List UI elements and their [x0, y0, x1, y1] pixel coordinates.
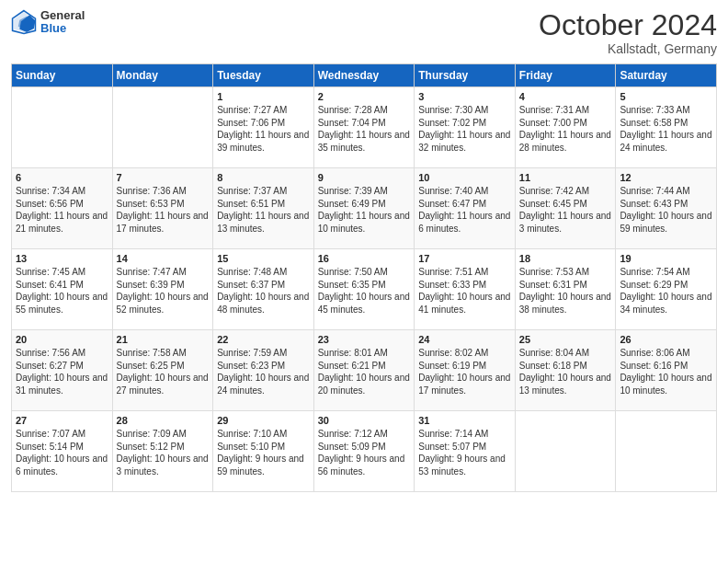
calendar-cell: 19Sunrise: 7:54 AM Sunset: 6:29 PM Dayli…: [616, 249, 717, 330]
logo-icon: [11, 9, 37, 35]
day-number: 8: [217, 172, 310, 183]
calendar-cell: 3Sunrise: 7:30 AM Sunset: 7:02 PM Daylig…: [415, 87, 516, 168]
calendar-cell: 6Sunrise: 7:34 AM Sunset: 6:56 PM Daylig…: [12, 168, 113, 249]
calendar-cell: 11Sunrise: 7:42 AM Sunset: 6:45 PM Dayli…: [515, 168, 616, 249]
day-info: Sunrise: 7:07 AM Sunset: 5:14 PM Dayligh…: [16, 428, 108, 477]
day-of-week-header: Monday: [112, 64, 213, 87]
day-of-week-header: Wednesday: [313, 64, 415, 87]
calendar-cell: 25Sunrise: 8:04 AM Sunset: 6:18 PM Dayli…: [515, 330, 616, 411]
day-number: 5: [620, 91, 712, 102]
day-info: Sunrise: 7:40 AM Sunset: 6:47 PM Dayligh…: [418, 185, 511, 235]
day-number: 31: [418, 415, 511, 426]
month-title: October 2024: [539, 9, 717, 41]
day-info: Sunrise: 7:14 AM Sunset: 5:07 PM Dayligh…: [418, 428, 511, 477]
calendar-table: SundayMondayTuesdayWednesdayThursdayFrid…: [11, 63, 717, 492]
day-number: 3: [418, 91, 511, 102]
day-number: 29: [217, 415, 310, 426]
day-number: 13: [16, 253, 108, 264]
calendar-cell: 7Sunrise: 7:36 AM Sunset: 6:53 PM Daylig…: [112, 168, 213, 249]
day-number: 18: [519, 253, 612, 264]
calendar-page: General Blue October 2024 Kallstadt, Ger…: [0, 0, 728, 563]
day-info: Sunrise: 7:10 AM Sunset: 5:10 PM Dayligh…: [217, 428, 310, 477]
calendar-week-row: 6Sunrise: 7:34 AM Sunset: 6:56 PM Daylig…: [12, 168, 717, 249]
page-header: General Blue October 2024 Kallstadt, Ger…: [11, 9, 717, 56]
calendar-cell: 9Sunrise: 7:39 AM Sunset: 6:49 PM Daylig…: [313, 168, 415, 249]
day-number: 23: [318, 334, 411, 345]
day-number: 25: [519, 334, 612, 345]
calendar-cell: [112, 87, 213, 168]
day-info: Sunrise: 8:04 AM Sunset: 6:18 PM Dayligh…: [519, 347, 612, 396]
day-info: Sunrise: 7:48 AM Sunset: 6:37 PM Dayligh…: [217, 266, 310, 316]
calendar-cell: 17Sunrise: 7:51 AM Sunset: 6:33 PM Dayli…: [415, 249, 516, 330]
day-number: 17: [418, 253, 511, 264]
day-info: Sunrise: 8:06 AM Sunset: 6:16 PM Dayligh…: [620, 347, 712, 396]
day-number: 15: [217, 253, 310, 264]
location: Kallstadt, Germany: [539, 41, 717, 56]
day-info: Sunrise: 7:54 AM Sunset: 6:29 PM Dayligh…: [620, 266, 712, 316]
calendar-cell: 28Sunrise: 7:09 AM Sunset: 5:12 PM Dayli…: [112, 411, 213, 492]
day-info: Sunrise: 7:42 AM Sunset: 6:45 PM Dayligh…: [519, 185, 612, 235]
day-info: Sunrise: 7:36 AM Sunset: 6:53 PM Dayligh…: [117, 185, 210, 235]
day-number: 27: [16, 415, 108, 426]
day-info: Sunrise: 7:31 AM Sunset: 7:00 PM Dayligh…: [519, 104, 612, 154]
calendar-cell: 24Sunrise: 8:02 AM Sunset: 6:19 PM Dayli…: [415, 330, 516, 411]
day-number: 6: [16, 172, 108, 183]
day-number: 20: [16, 334, 108, 345]
day-number: 19: [620, 253, 712, 264]
day-info: Sunrise: 7:09 AM Sunset: 5:12 PM Dayligh…: [117, 428, 210, 477]
day-info: Sunrise: 7:45 AM Sunset: 6:41 PM Dayligh…: [16, 266, 108, 316]
calendar-cell: [12, 87, 113, 168]
day-info: Sunrise: 7:59 AM Sunset: 6:23 PM Dayligh…: [217, 347, 310, 396]
calendar-cell: 13Sunrise: 7:45 AM Sunset: 6:41 PM Dayli…: [12, 249, 113, 330]
day-number: 21: [117, 334, 210, 345]
calendar-cell: 22Sunrise: 7:59 AM Sunset: 6:23 PM Dayli…: [213, 330, 314, 411]
day-info: Sunrise: 8:01 AM Sunset: 6:21 PM Dayligh…: [318, 347, 411, 396]
title-block: October 2024 Kallstadt, Germany: [539, 9, 717, 56]
day-info: Sunrise: 7:50 AM Sunset: 6:35 PM Dayligh…: [318, 266, 411, 316]
day-number: 10: [418, 172, 511, 183]
calendar-week-row: 1Sunrise: 7:27 AM Sunset: 7:06 PM Daylig…: [12, 87, 717, 168]
day-of-week-header: Friday: [515, 64, 616, 87]
day-info: Sunrise: 7:12 AM Sunset: 5:09 PM Dayligh…: [318, 428, 411, 477]
calendar-cell: 1Sunrise: 7:27 AM Sunset: 7:06 PM Daylig…: [213, 87, 314, 168]
day-info: Sunrise: 7:53 AM Sunset: 6:31 PM Dayligh…: [519, 266, 612, 316]
calendar-week-row: 13Sunrise: 7:45 AM Sunset: 6:41 PM Dayli…: [12, 249, 717, 330]
logo-general-text: General: [40, 9, 85, 22]
day-info: Sunrise: 7:34 AM Sunset: 6:56 PM Dayligh…: [16, 185, 108, 235]
calendar-cell: 12Sunrise: 7:44 AM Sunset: 6:43 PM Dayli…: [616, 168, 717, 249]
calendar-cell: 14Sunrise: 7:47 AM Sunset: 6:39 PM Dayli…: [112, 249, 213, 330]
day-info: Sunrise: 7:37 AM Sunset: 6:51 PM Dayligh…: [217, 185, 310, 235]
day-number: 4: [519, 91, 612, 102]
logo-text: General Blue: [40, 9, 85, 36]
day-info: Sunrise: 7:33 AM Sunset: 6:58 PM Dayligh…: [620, 104, 712, 154]
calendar-cell: 5Sunrise: 7:33 AM Sunset: 6:58 PM Daylig…: [616, 87, 717, 168]
day-info: Sunrise: 7:47 AM Sunset: 6:39 PM Dayligh…: [117, 266, 210, 316]
day-number: 11: [519, 172, 612, 183]
calendar-cell: 16Sunrise: 7:50 AM Sunset: 6:35 PM Dayli…: [313, 249, 415, 330]
day-info: Sunrise: 7:51 AM Sunset: 6:33 PM Dayligh…: [418, 266, 511, 316]
logo-blue-text: Blue: [40, 22, 85, 35]
calendar-cell: 29Sunrise: 7:10 AM Sunset: 5:10 PM Dayli…: [213, 411, 314, 492]
day-of-week-header: Tuesday: [213, 64, 314, 87]
day-header-row: SundayMondayTuesdayWednesdayThursdayFrid…: [12, 64, 717, 87]
day-of-week-header: Saturday: [616, 64, 717, 87]
calendar-cell: 31Sunrise: 7:14 AM Sunset: 5:07 PM Dayli…: [415, 411, 516, 492]
day-info: Sunrise: 7:44 AM Sunset: 6:43 PM Dayligh…: [620, 185, 712, 235]
day-number: 30: [318, 415, 411, 426]
calendar-cell: 30Sunrise: 7:12 AM Sunset: 5:09 PM Dayli…: [313, 411, 415, 492]
day-number: 16: [318, 253, 411, 264]
calendar-week-row: 20Sunrise: 7:56 AM Sunset: 6:27 PM Dayli…: [12, 330, 717, 411]
day-of-week-header: Sunday: [12, 64, 113, 87]
day-number: 2: [318, 91, 411, 102]
calendar-cell: 21Sunrise: 7:58 AM Sunset: 6:25 PM Dayli…: [112, 330, 213, 411]
day-number: 26: [620, 334, 712, 345]
day-number: 12: [620, 172, 712, 183]
calendar-cell: 26Sunrise: 8:06 AM Sunset: 6:16 PM Dayli…: [616, 330, 717, 411]
day-number: 1: [217, 91, 310, 102]
calendar-cell: 20Sunrise: 7:56 AM Sunset: 6:27 PM Dayli…: [12, 330, 113, 411]
day-number: 9: [318, 172, 411, 183]
calendar-cell: 2Sunrise: 7:28 AM Sunset: 7:04 PM Daylig…: [313, 87, 415, 168]
calendar-cell: [515, 411, 616, 492]
day-info: Sunrise: 7:30 AM Sunset: 7:02 PM Dayligh…: [418, 104, 511, 154]
calendar-cell: 10Sunrise: 7:40 AM Sunset: 6:47 PM Dayli…: [415, 168, 516, 249]
